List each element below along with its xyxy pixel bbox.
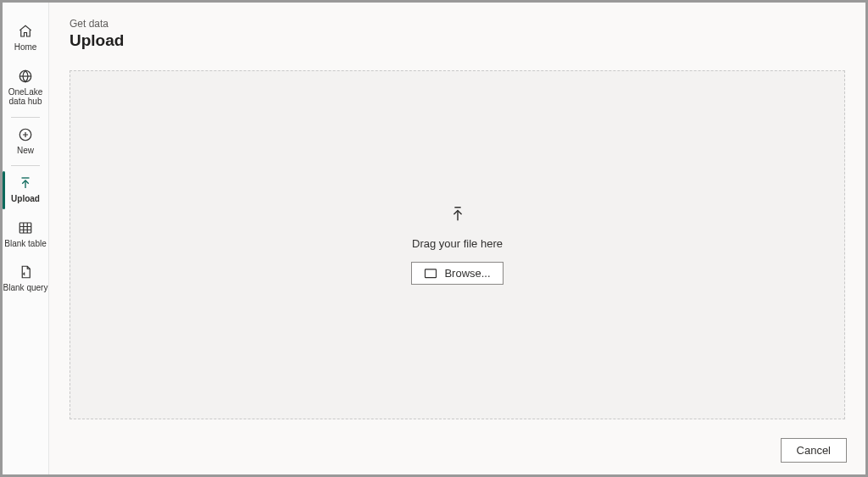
sidebar-item-blank-query[interactable]: Blank query <box>3 257 48 302</box>
file-dropzone[interactable]: Drag your file here Browse... <box>70 70 845 419</box>
dropzone-text: Drag your file here <box>412 237 503 250</box>
sidebar-item-label: New <box>17 146 34 156</box>
query-icon <box>17 263 34 280</box>
breadcrumb: Get data <box>70 18 845 30</box>
sidebar-item-onelake[interactable]: OneLake data hub <box>3 61 48 115</box>
upload-icon <box>17 175 34 191</box>
browse-button[interactable]: Browse... <box>411 262 503 285</box>
onelake-icon <box>17 68 34 85</box>
sidebar-divider <box>11 165 40 166</box>
sidebar-item-home[interactable]: Home <box>3 16 48 61</box>
browse-button-label: Browse... <box>444 267 490 280</box>
sidebar-item-new[interactable]: New <box>3 119 48 164</box>
sidebar-item-label: Upload <box>11 194 40 204</box>
page-title: Upload <box>70 31 845 50</box>
sidebar-item-label: Blank query <box>3 283 48 293</box>
sidebar-item-label: Blank table <box>4 239 46 249</box>
header: Get data Upload <box>49 3 865 58</box>
sidebar-item-label: OneLake data hub <box>8 87 43 107</box>
upload-arrow-icon <box>448 205 467 227</box>
sidebar-divider <box>11 117 40 118</box>
svg-rect-2 <box>19 223 31 233</box>
svg-rect-3 <box>426 269 437 278</box>
table-icon <box>17 219 34 236</box>
sidebar-item-upload[interactable]: Upload <box>3 168 48 213</box>
footer: Cancel <box>49 430 865 474</box>
sidebar: Home OneLake data hub New Upload Blank t… <box>3 3 49 474</box>
home-icon <box>17 23 34 40</box>
cancel-button[interactable]: Cancel <box>781 438 847 463</box>
folder-icon <box>424 268 437 279</box>
plus-circle-icon <box>17 126 34 143</box>
sidebar-item-label: Home <box>14 42 37 53</box>
main: Get data Upload Drag your file here Brow… <box>49 3 865 474</box>
sidebar-item-blank-table[interactable]: Blank table <box>3 213 48 258</box>
content-area: Drag your file here Browse... <box>49 58 865 430</box>
